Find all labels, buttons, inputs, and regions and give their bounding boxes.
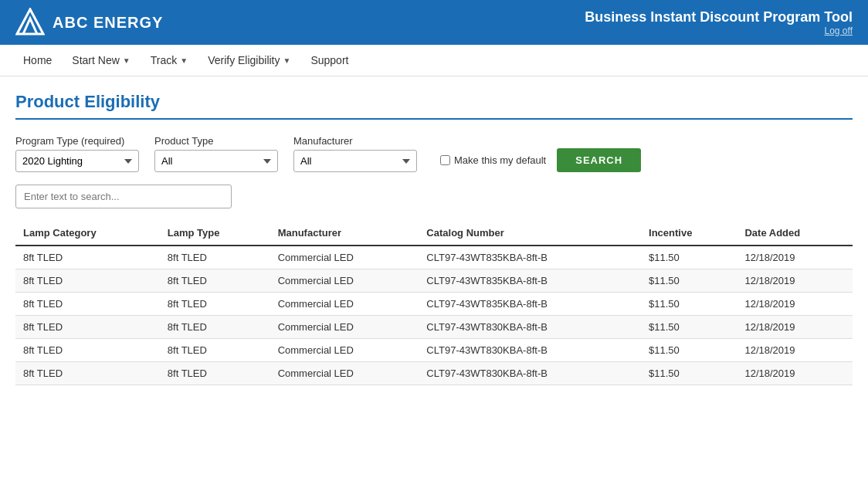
nav-support[interactable]: Support	[303, 51, 356, 69]
table-row: 8ft TLED8ft TLEDCommercial LEDCLT97-43WT…	[15, 339, 853, 362]
table-cell-0: 8ft TLED	[15, 316, 160, 339]
filter-right-area: Make this my default SEARCH	[440, 148, 641, 172]
text-search-row	[15, 185, 853, 221]
table-cell-1: 8ft TLED	[160, 362, 270, 385]
table-cell-5: 12/18/2019	[737, 316, 853, 339]
logoff-link[interactable]: Log off	[585, 25, 853, 36]
col-manufacturer: Manufacturer	[270, 221, 419, 246]
table-cell-1: 8ft TLED	[160, 293, 270, 316]
manufacturer-select[interactable]: All Commercial LED GE Philips	[293, 150, 417, 172]
table-cell-5: 12/18/2019	[737, 246, 853, 269]
text-search-input[interactable]	[15, 185, 232, 208]
table-cell-3: CLT97-43WT835KBA-8ft-B	[419, 293, 641, 316]
table-row: 8ft TLED8ft TLEDCommercial LEDCLT97-43WT…	[15, 246, 853, 269]
product-type-label: Product Type	[154, 135, 278, 147]
program-type-filter: Program Type (required) 2020 Lighting 20…	[15, 135, 139, 172]
table-cell-4: $11.50	[641, 362, 737, 385]
col-date-added: Date Added	[737, 221, 853, 246]
table-cell-1: 8ft TLED	[160, 316, 270, 339]
main-nav: Home Start New ▼ Track ▼ Verify Eligibil…	[0, 45, 868, 76]
main-content: Product Eligibility Program Type (requir…	[0, 76, 868, 401]
table-cell-0: 8ft TLED	[15, 339, 160, 362]
table-row: 8ft TLED8ft TLEDCommercial LEDCLT97-43WT…	[15, 269, 853, 293]
table-row: 8ft TLED8ft TLEDCommercial LEDCLT97-43WT…	[15, 316, 853, 339]
table-cell-4: $11.50	[641, 316, 737, 339]
col-incentive: Incentive	[641, 221, 737, 246]
table-cell-3: CLT97-43WT830KBA-8ft-B	[419, 339, 641, 362]
nav-home[interactable]: Home	[15, 51, 59, 69]
default-checkbox-label[interactable]: Make this my default	[440, 154, 546, 166]
nav-track[interactable]: Track ▼	[143, 51, 195, 69]
search-button[interactable]: SEARCH	[557, 148, 641, 172]
table-row: 8ft TLED8ft TLEDCommercial LEDCLT97-43WT…	[15, 362, 853, 385]
start-new-arrow: ▼	[123, 56, 131, 65]
nav-verify-eligibility[interactable]: Verify Eligibility ▼	[200, 51, 298, 69]
product-type-select[interactable]: All LED Fluorescent	[154, 150, 278, 172]
program-type-select[interactable]: 2020 Lighting 2019 Lighting 2018 Lightin…	[15, 150, 139, 172]
table-cell-2: Commercial LED	[270, 316, 419, 339]
logo-area: ABC ENERGY	[15, 8, 163, 37]
verify-eligibility-arrow: ▼	[283, 56, 291, 65]
table-cell-4: $11.50	[641, 269, 737, 293]
table-cell-0: 8ft TLED	[15, 269, 160, 293]
table-row: 8ft TLED8ft TLEDCommercial LEDCLT97-43WT…	[15, 293, 853, 316]
table-cell-1: 8ft TLED	[160, 269, 270, 293]
table-header-row: Lamp Category Lamp Type Manufacturer Cat…	[15, 221, 853, 246]
logo-icon	[15, 8, 45, 37]
table-cell-5: 12/18/2019	[737, 339, 853, 362]
table-cell-4: $11.50	[641, 293, 737, 316]
table-cell-5: 12/18/2019	[737, 293, 853, 316]
table-cell-3: CLT97-43WT830KBA-8ft-B	[419, 362, 641, 385]
col-lamp-type: Lamp Type	[160, 221, 270, 246]
table-cell-2: Commercial LED	[270, 246, 419, 269]
table-cell-0: 8ft TLED	[15, 293, 160, 316]
col-lamp-category: Lamp Category	[15, 221, 160, 246]
table-cell-4: $11.50	[641, 246, 737, 269]
table-cell-2: Commercial LED	[270, 293, 419, 316]
manufacturer-filter: Manufacturer All Commercial LED GE Phili…	[293, 135, 417, 172]
nav-start-new[interactable]: Start New ▼	[64, 51, 137, 69]
table-cell-2: Commercial LED	[270, 339, 419, 362]
table-cell-2: Commercial LED	[270, 362, 419, 385]
manufacturer-label: Manufacturer	[293, 135, 417, 147]
col-catalog-number: Catalog Number	[419, 221, 641, 246]
header: ABC ENERGY Business Instant Discount Pro…	[0, 0, 868, 45]
table-cell-5: 12/18/2019	[737, 362, 853, 385]
header-right: Business Instant Discount Program Tool L…	[585, 9, 853, 36]
product-table: Lamp Category Lamp Type Manufacturer Cat…	[15, 221, 853, 385]
table-cell-2: Commercial LED	[270, 269, 419, 293]
header-title: Business Instant Discount Program Tool	[585, 9, 853, 25]
program-type-label: Program Type (required)	[15, 135, 139, 147]
table-cell-3: CLT97-43WT830KBA-8ft-B	[419, 316, 641, 339]
filters-row: Program Type (required) 2020 Lighting 20…	[15, 135, 853, 172]
table-cell-0: 8ft TLED	[15, 246, 160, 269]
page-title: Product Eligibility	[15, 92, 853, 120]
table-cell-5: 12/18/2019	[737, 269, 853, 293]
svg-marker-0	[17, 9, 43, 34]
table-cell-4: $11.50	[641, 339, 737, 362]
product-type-filter: Product Type All LED Fluorescent	[154, 135, 278, 172]
default-checkbox-input[interactable]	[440, 155, 450, 165]
table-cell-0: 8ft TLED	[15, 362, 160, 385]
table-cell-3: CLT97-43WT835KBA-8ft-B	[419, 269, 641, 293]
table-cell-1: 8ft TLED	[160, 339, 270, 362]
logo-text: ABC ENERGY	[53, 14, 163, 32]
table-cell-1: 8ft TLED	[160, 246, 270, 269]
table-cell-3: CLT97-43WT835KBA-8ft-B	[419, 246, 641, 269]
track-arrow: ▼	[180, 56, 188, 65]
